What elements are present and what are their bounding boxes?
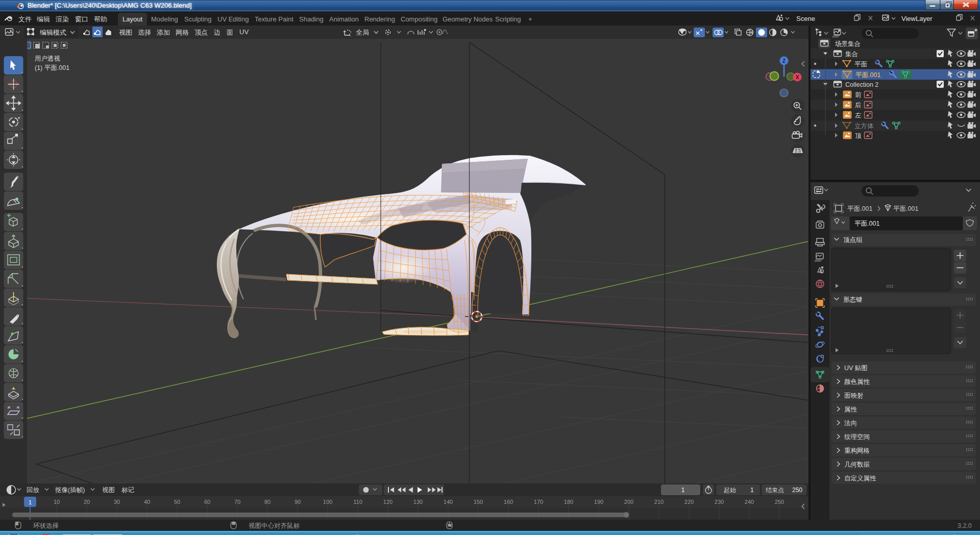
svg-text:1: 1 <box>29 499 32 505</box>
svg-text:240: 240 <box>745 499 754 505</box>
svg-text:抠像(插帧): 抠像(插帧) <box>55 487 85 494</box>
svg-text:视图: 视图 <box>102 487 115 494</box>
svg-text:3.2.0: 3.2.0 <box>958 522 972 529</box>
svg-text:130: 130 <box>413 499 423 505</box>
svg-text:回放: 回放 <box>27 487 39 494</box>
svg-text:200: 200 <box>624 499 633 505</box>
svg-text:20: 20 <box>84 499 90 505</box>
svg-text:几何数据: 几何数据 <box>844 461 870 468</box>
svg-text:法向: 法向 <box>844 420 857 427</box>
svg-text:1: 1 <box>750 487 754 494</box>
svg-text:平面.001: 平面.001 <box>854 220 879 227</box>
svg-text:纹理空间: 纹理空间 <box>844 433 870 441</box>
svg-text:10: 10 <box>54 499 60 505</box>
svg-text:起始: 起始 <box>724 487 736 494</box>
svg-text:标记: 标记 <box>121 487 134 494</box>
svg-text:视图中心对齐鼠标: 视图中心对齐鼠标 <box>249 522 300 529</box>
svg-text:集合: 集合 <box>845 51 858 58</box>
svg-text:(1) 平面.001: (1) 平面.001 <box>35 64 69 71</box>
svg-text:用户透视: 用户透视 <box>35 55 61 62</box>
svg-text:70: 70 <box>234 499 240 505</box>
svg-text:形态键: 形态键 <box>843 296 863 303</box>
svg-text:30: 30 <box>114 499 120 505</box>
svg-text:190: 190 <box>594 499 603 505</box>
svg-text:40: 40 <box>144 499 150 505</box>
svg-text:平面.001: 平面.001 <box>893 205 918 212</box>
svg-text:立方体: 立方体 <box>854 123 874 130</box>
svg-text:100: 100 <box>323 499 332 505</box>
svg-text:250: 250 <box>792 487 802 494</box>
svg-text:50: 50 <box>174 499 180 505</box>
svg-text:1: 1 <box>681 487 685 494</box>
svg-text:后: 后 <box>855 102 862 109</box>
svg-text:场景集合: 场景集合 <box>835 40 861 47</box>
svg-text:自定义属性: 自定义属性 <box>844 475 876 482</box>
svg-text:平面: 平面 <box>854 61 867 68</box>
svg-text:顶: 顶 <box>855 132 862 139</box>
svg-text:220: 220 <box>684 499 694 505</box>
svg-text:UV 贴图: UV 贴图 <box>844 364 868 372</box>
svg-text:210: 210 <box>654 499 664 505</box>
svg-text:90: 90 <box>295 499 301 505</box>
svg-text:属性: 属性 <box>844 406 857 413</box>
svg-text:110: 110 <box>353 499 362 505</box>
svg-text:120: 120 <box>383 499 393 505</box>
svg-text:结束点: 结束点 <box>766 487 784 494</box>
svg-text:230: 230 <box>715 499 724 505</box>
svg-text:平面.001: 平面.001 <box>855 71 880 79</box>
svg-text:X: X <box>796 75 799 80</box>
svg-text:平面.001: 平面.001 <box>847 205 872 212</box>
svg-text:60: 60 <box>204 499 210 505</box>
svg-text:180: 180 <box>564 499 573 505</box>
svg-text:面映射: 面映射 <box>844 392 864 399</box>
svg-text:170: 170 <box>534 499 543 505</box>
svg-text:Z: Z <box>782 58 786 64</box>
svg-text:顶点组: 顶点组 <box>843 236 863 244</box>
svg-text:160: 160 <box>504 499 513 505</box>
svg-text:重构网格: 重构网格 <box>844 447 870 454</box>
svg-text:环状选择: 环状选择 <box>33 522 59 529</box>
svg-text:左: 左 <box>855 112 862 119</box>
svg-text:前: 前 <box>855 91 862 99</box>
svg-text:250: 250 <box>775 499 784 505</box>
svg-text:80: 80 <box>264 499 271 505</box>
svg-text:140: 140 <box>444 499 453 505</box>
svg-text:150: 150 <box>474 499 483 505</box>
svg-text:Collection 2: Collection 2 <box>845 81 878 88</box>
svg-text:颜色属性: 颜色属性 <box>844 378 870 385</box>
